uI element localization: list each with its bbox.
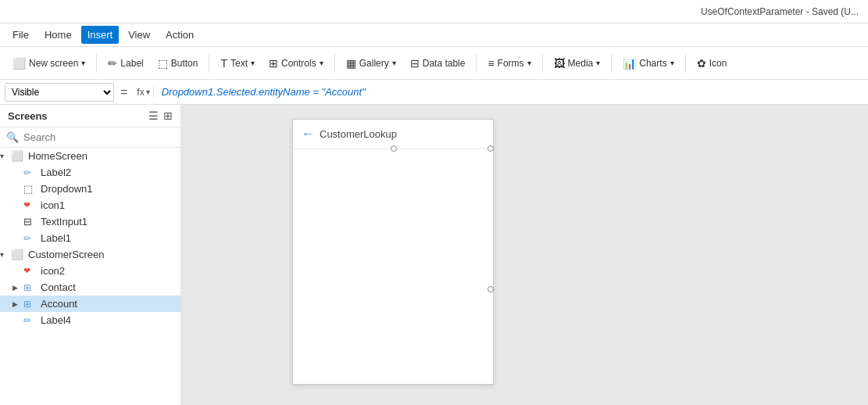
sep3	[334, 54, 335, 73]
charts-label: Charts	[639, 58, 666, 69]
tree-item-customerscreen[interactable]: ▾ ⬜ CustomerScreen	[0, 246, 180, 263]
sidebar-title: Screens	[8, 110, 48, 122]
account-icon: ⊞	[23, 299, 38, 310]
canvas-area[interactable]: ← CustomerLookup	[181, 105, 868, 405]
charts-arrow: ▾	[670, 59, 674, 67]
label2-label: Label2	[41, 167, 71, 178]
fx-arrow: ▾	[146, 88, 150, 96]
icon1-label: icon1	[41, 199, 65, 211]
customerscreen-icon: ⬜	[11, 249, 25, 260]
forms-icon: ≡	[488, 57, 494, 70]
text-icon: T	[220, 57, 227, 70]
contact-icon: ⊞	[23, 282, 38, 293]
search-input[interactable]	[23, 131, 174, 143]
text-label: Text	[230, 58, 248, 69]
label2-icon: ✏	[23, 167, 38, 178]
icon2-icon: ❤	[23, 266, 38, 276]
list-view-icon[interactable]: ☰	[148, 109, 159, 122]
label1-label: Label1	[41, 232, 71, 244]
icon2-label: icon2	[41, 265, 65, 277]
sidebar: Screens ☰ ⊞ 🔍 ▾ ⬜ HomeScreen ✏ Label2	[0, 105, 181, 405]
new-screen-label: New screen	[29, 58, 78, 69]
controls-button[interactable]: ⊞ Controls ▾	[263, 53, 330, 73]
equals-sign: =	[117, 85, 130, 99]
main-layout: Screens ☰ ⊞ 🔍 ▾ ⬜ HomeScreen ✏ Label2	[0, 105, 868, 405]
text-button[interactable]: T Text ▾	[214, 53, 261, 73]
back-arrow-icon[interactable]: ←	[301, 126, 315, 142]
toolbar: ⬜ New screen ▾ ✏ Label ⬚ Button T Text ▾…	[0, 47, 868, 80]
customerscreen-expand-arrow[interactable]: ▾	[0, 250, 11, 259]
menu-view[interactable]: View	[122, 26, 156, 44]
tree-item-label1[interactable]: ✏ Label1	[0, 230, 180, 246]
tree-item-dropdown1[interactable]: ⬚ Dropdown1	[0, 181, 180, 197]
new-screen-button[interactable]: ⬜ New screen ▾	[6, 53, 91, 73]
forms-arrow: ▾	[527, 59, 531, 67]
account-expand-arrow[interactable]: ▶	[13, 300, 23, 308]
handle-top-left[interactable]	[391, 145, 397, 152]
search-box: 🔍	[0, 127, 180, 148]
label-icon: ✏	[108, 57, 117, 70]
tree-container: ▾ ⬜ HomeScreen ✏ Label2 ⬚ Dropdown1 ❤ ic…	[0, 148, 180, 405]
media-arrow: ▾	[596, 59, 600, 67]
formula-input[interactable]	[157, 86, 863, 98]
textinput1-label: TextInput1	[41, 216, 88, 228]
card-title: CustomerLookup	[320, 128, 397, 140]
sep1	[96, 54, 97, 73]
menu-action[interactable]: Action	[159, 26, 200, 44]
gallery-arrow: ▾	[392, 59, 396, 67]
media-label: Media	[568, 58, 594, 69]
sep7	[685, 54, 686, 73]
label-label: Label	[120, 58, 143, 69]
search-icon: 🔍	[6, 131, 19, 143]
sep4	[476, 54, 477, 73]
tree-item-icon2[interactable]: ❤ icon2	[0, 263, 180, 279]
customerscreen-label: CustomerScreen	[28, 249, 105, 260]
tree-item-account[interactable]: ▶ ⊞ Account	[0, 296, 180, 312]
handle-top-right[interactable]	[488, 145, 494, 152]
tree-item-icon1[interactable]: ❤ icon1	[0, 197, 180, 213]
tree-item-textinput1[interactable]: ⊟ TextInput1	[0, 213, 180, 230]
dropdown1-icon: ⬚	[23, 183, 38, 195]
property-dropdown[interactable]: Visible	[5, 83, 114, 102]
fx-label: fx	[137, 87, 144, 98]
fx-button[interactable]: fx ▾	[134, 87, 153, 98]
charts-button[interactable]: 📊 Charts ▾	[616, 53, 680, 73]
data-table-label: Data table	[423, 58, 466, 69]
media-button[interactable]: 🖼 Media ▾	[548, 53, 607, 73]
grid-view-icon[interactable]: ⊞	[163, 109, 173, 122]
new-screen-arrow: ▾	[81, 59, 85, 67]
contact-expand-arrow[interactable]: ▶	[13, 284, 23, 292]
title-text: UseOfContextParameter - Saved (U...	[701, 6, 859, 17]
customer-lookup-card[interactable]: ← CustomerLookup	[292, 119, 494, 385]
menu-insert[interactable]: Insert	[81, 26, 120, 44]
homescreen-label: HomeScreen	[28, 150, 88, 162]
menu-home[interactable]: Home	[38, 26, 78, 44]
data-table-icon: ⊟	[410, 57, 420, 70]
tree-item-label2[interactable]: ✏ Label2	[0, 164, 180, 181]
sep2	[209, 54, 209, 73]
handle-mid-right[interactable]	[488, 286, 494, 292]
gallery-button[interactable]: ▦ Gallery ▾	[340, 53, 402, 73]
icon1-icon: ❤	[23, 200, 38, 210]
tree-item-homescreen[interactable]: ▾ ⬜ HomeScreen	[0, 148, 180, 164]
tree-item-label4[interactable]: ✏ Label4	[0, 312, 180, 328]
text-arrow: ▾	[251, 59, 255, 67]
new-screen-icon: ⬜	[13, 57, 26, 70]
button-button[interactable]: ⬚ Button	[152, 53, 205, 73]
menu-file[interactable]: File	[6, 26, 35, 44]
media-icon: 🖼	[554, 57, 565, 70]
icons-label: Icon	[709, 58, 727, 69]
tree-item-contact[interactable]: ▶ ⊞ Contact	[0, 279, 180, 296]
button-label: Button	[171, 58, 198, 69]
homescreen-expand-arrow[interactable]: ▾	[0, 152, 11, 160]
sidebar-header: Screens ☰ ⊞	[0, 105, 180, 127]
forms-button[interactable]: ≡ Forms ▾	[481, 53, 537, 73]
label-button[interactable]: ✏ Label	[102, 53, 149, 73]
icons-button[interactable]: ✿ Icon	[691, 53, 734, 73]
data-table-button[interactable]: ⊟ Data table	[404, 53, 472, 73]
account-label: Account	[41, 298, 77, 310]
title-bar: UseOfContextParameter - Saved (U...	[0, 0, 868, 23]
label4-icon: ✏	[23, 315, 38, 326]
homescreen-icon: ⬜	[11, 150, 25, 162]
label4-label: Label4	[41, 314, 71, 326]
